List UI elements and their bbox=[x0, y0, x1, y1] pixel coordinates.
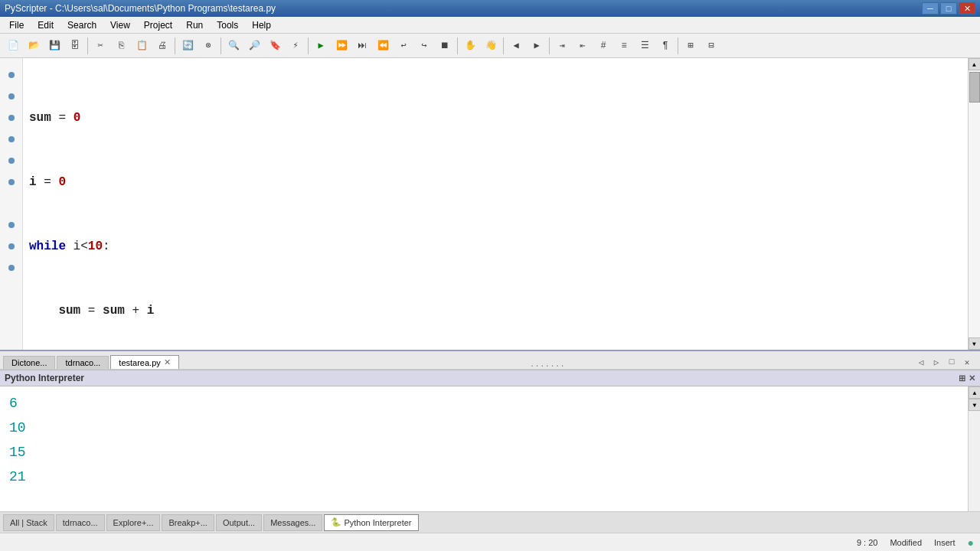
tab-dictone[interactable]: Dictone... bbox=[3, 356, 55, 369]
output-line-3: 15 bbox=[9, 440, 959, 465]
toolbar-list2[interactable]: ☰ bbox=[635, 36, 655, 56]
status-modified: Modified bbox=[890, 538, 922, 547]
interp-scroll-down[interactable]: ▼ bbox=[969, 399, 980, 411]
tab-btn-4[interactable]: ✕ bbox=[960, 355, 974, 369]
toolbar-search2[interactable]: 🔎 bbox=[244, 36, 264, 56]
toolbar-run-green[interactable]: ▶ bbox=[311, 36, 331, 56]
title-bar: PyScripter - C:\Users\sal\Documents\Pyth… bbox=[0, 0, 980, 17]
toolbar-save[interactable]: 💾 bbox=[44, 36, 64, 56]
toolbar-grid[interactable]: ⊞ bbox=[681, 36, 701, 56]
toolbar-open[interactable]: 📂 bbox=[24, 36, 44, 56]
tab-btn-1[interactable]: ◁ bbox=[914, 355, 928, 369]
interpreter-header: Python Interpreter ⊞ ✕ bbox=[0, 370, 980, 386]
toolbar-step3[interactable]: ↩ bbox=[394, 36, 413, 56]
menu-edit[interactable]: Edit bbox=[31, 18, 60, 32]
toolbar-bookmark[interactable]: 🔖 bbox=[265, 36, 285, 56]
toolbar-step4[interactable]: ↪ bbox=[414, 36, 434, 56]
interpreter-title: Python Interpreter bbox=[5, 373, 84, 383]
tab-testarea[interactable]: testarea.py ✕ bbox=[110, 355, 178, 369]
menu-project[interactable]: Project bbox=[138, 18, 178, 32]
toolbar: 📄 📂 💾 🗄 ✂ ⎘ 📋 🖨 🔄 ⊗ 🔍 🔎 🔖 ⚡ ▶ ⏩ ⏭ ⏪ ↩ ↪ … bbox=[0, 34, 980, 58]
taskbar-messages[interactable]: Messages... bbox=[263, 514, 322, 531]
editor-scrollbar[interactable]: ▲ ▼ bbox=[968, 58, 980, 350]
scroll-down-arrow[interactable]: ▼ bbox=[969, 337, 981, 350]
tab-dictone-label: Dictone... bbox=[11, 358, 47, 367]
sep6 bbox=[503, 37, 504, 54]
scroll-up-arrow[interactable]: ▲ bbox=[969, 58, 981, 70]
toolbar-hand2[interactable]: 👋 bbox=[481, 36, 501, 56]
toolbar-unindent[interactable]: ⇤ bbox=[573, 36, 593, 56]
close-button[interactable]: ✕ bbox=[959, 2, 975, 15]
toolbar-stop[interactable]: ⊗ bbox=[198, 36, 218, 56]
toolbar-para[interactable]: ¶ bbox=[655, 36, 675, 56]
interp-scroll-up[interactable]: ▲ bbox=[969, 386, 980, 399]
output-line-1: 6 bbox=[9, 391, 959, 416]
scroll-thumb[interactable] bbox=[969, 72, 980, 103]
taskbar-explore-label: Explore+... bbox=[113, 518, 154, 527]
interpreter-pin-icon[interactable]: ⊞ bbox=[959, 373, 965, 383]
sep5 bbox=[457, 37, 458, 54]
toolbar-pause[interactable]: ⏹ bbox=[435, 36, 455, 56]
minimize-button[interactable]: ─ bbox=[922, 2, 939, 15]
gutter-8 bbox=[0, 214, 22, 236]
toolbar-search[interactable]: 🔍 bbox=[224, 36, 243, 56]
output-line-4: 21 bbox=[9, 465, 959, 489]
interpreter-scrollbar[interactable]: ▲ ▼ bbox=[968, 386, 980, 511]
code-editor[interactable]: sum = 0 i = 0 while i<10: sum = sum + i … bbox=[23, 58, 968, 350]
toolbar-copy[interactable]: ⎘ bbox=[111, 36, 131, 56]
scroll-track[interactable] bbox=[969, 70, 980, 337]
toolbar-hand[interactable]: ✋ bbox=[460, 36, 480, 56]
code-line-4: sum = sum + i bbox=[29, 300, 962, 321]
menu-file[interactable]: File bbox=[3, 18, 30, 32]
menu-tools[interactable]: Tools bbox=[211, 18, 244, 32]
tab-right-controls: ◁ ▷ □ ✕ bbox=[914, 355, 977, 369]
gutter-5 bbox=[0, 150, 22, 171]
taskbar-allstack[interactable]: All | Stack bbox=[3, 514, 54, 531]
toolbar-step[interactable]: ⏭ bbox=[352, 36, 372, 56]
tab-btn-3[interactable]: □ bbox=[945, 355, 959, 369]
maximize-button[interactable]: □ bbox=[940, 2, 957, 15]
taskbar-output[interactable]: Output... bbox=[216, 514, 262, 531]
status-bar: 9 : 20 Modified Insert ● bbox=[0, 533, 980, 551]
tab-close-icon[interactable]: ✕ bbox=[164, 357, 171, 367]
tab-dots: ....... bbox=[181, 360, 914, 369]
status-position: 9 : 20 bbox=[857, 538, 878, 547]
gutter-2 bbox=[0, 86, 22, 107]
menu-run[interactable]: Run bbox=[180, 18, 209, 32]
toolbar-new[interactable]: 📄 bbox=[3, 36, 23, 56]
taskbar-tdrnaco-label: tdrnaco... bbox=[63, 518, 98, 527]
gutter-6 bbox=[0, 171, 22, 193]
toolbar-cut[interactable]: ✂ bbox=[90, 36, 110, 56]
toolbar-step2[interactable]: ⏪ bbox=[373, 36, 393, 56]
title-controls[interactable]: ─ □ ✕ bbox=[922, 2, 975, 15]
toolbar-hash[interactable]: # bbox=[593, 36, 613, 56]
gutter-1 bbox=[0, 64, 22, 86]
code-line-3: while i<10: bbox=[29, 236, 962, 257]
taskbar-tdrnaco[interactable]: tdrnaco... bbox=[56, 514, 105, 531]
interpreter-header-controls: ⊞ ✕ bbox=[959, 373, 975, 383]
status-icon: ● bbox=[968, 536, 974, 549]
toolbar-sync[interactable]: 🔄 bbox=[178, 36, 198, 56]
taskbar-breakp[interactable]: Breakp+... bbox=[162, 514, 214, 531]
toolbar-save-all[interactable]: 🗄 bbox=[65, 36, 85, 56]
taskbar-explore[interactable]: Explore+... bbox=[106, 514, 161, 531]
tab-btn-2[interactable]: ▷ bbox=[929, 355, 943, 369]
sep1 bbox=[87, 37, 88, 54]
toolbar-paste[interactable]: 📋 bbox=[132, 36, 152, 56]
menu-search[interactable]: Search bbox=[61, 18, 103, 32]
toolbar-indent[interactable]: ⇥ bbox=[552, 36, 572, 56]
toolbar-back[interactable]: ◀ bbox=[506, 36, 526, 56]
interpreter-body: 6 10 15 21 ▲ ▼ bbox=[0, 386, 980, 511]
tab-tdrnaco[interactable]: tdrnaco... bbox=[57, 356, 109, 369]
toolbar-run2[interactable]: ⚡ bbox=[286, 36, 305, 56]
gutter-4 bbox=[0, 129, 22, 150]
taskbar-python-interpreter[interactable]: 🐍 Python Interpreter bbox=[324, 514, 418, 531]
menu-view[interactable]: View bbox=[104, 18, 136, 32]
toolbar-fwd[interactable]: ▶ bbox=[527, 36, 547, 56]
interpreter-close-icon[interactable]: ✕ bbox=[969, 373, 975, 383]
toolbar-print[interactable]: 🖨 bbox=[152, 36, 172, 56]
menu-help[interactable]: Help bbox=[246, 18, 277, 32]
toolbar-list[interactable]: ≡ bbox=[614, 36, 634, 56]
toolbar-debug[interactable]: ⏩ bbox=[332, 36, 351, 56]
toolbar-grid2[interactable]: ⊟ bbox=[701, 36, 721, 56]
